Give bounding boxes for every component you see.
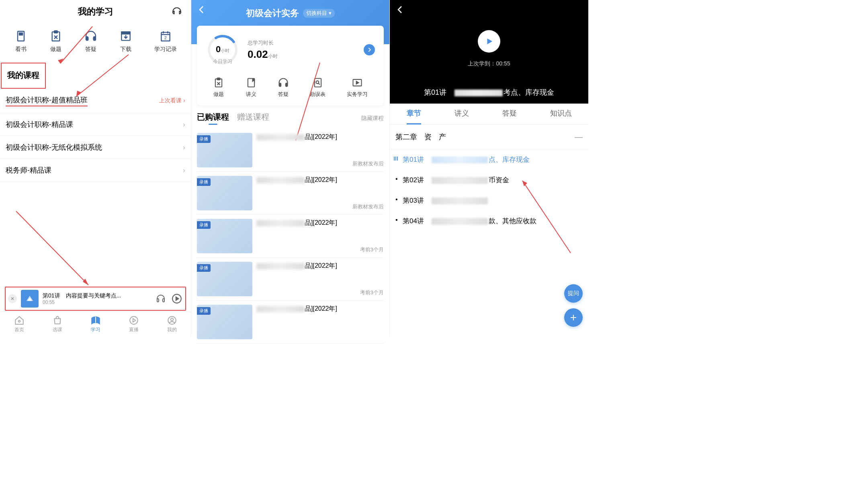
svg-rect-16 [157, 299, 159, 302]
nav-home[interactable]: 首页 [14, 315, 25, 333]
video-player[interactable]: 上次学到：00:55 第01讲 考点、库存现金 [390, 0, 588, 104]
play-circle-icon[interactable] [171, 293, 183, 305]
svg-rect-17 [163, 299, 164, 302]
subject-title: 初级会计实务 [246, 7, 299, 19]
lesson-item[interactable]: 第02讲 币资金 [390, 170, 588, 190]
svg-marker-15 [83, 279, 88, 285]
video-title: 第01讲 考点、库存现金 [390, 88, 588, 97]
ask-question-button[interactable]: 提问 [564, 284, 583, 303]
tab-0[interactable]: 章节 [407, 108, 421, 120]
details-arrow-icon[interactable] [364, 44, 375, 55]
support-icon[interactable] [172, 6, 182, 17]
svg-rect-4 [86, 37, 88, 40]
total-label: 总学习时长 [248, 39, 356, 47]
tool-clipboard[interactable]: 做题 [49, 30, 62, 53]
svg-line-14 [16, 211, 88, 285]
back-icon[interactable] [197, 5, 207, 14]
svg-rect-26 [217, 78, 220, 80]
svg-point-19 [18, 320, 20, 322]
toolbar: 看书做题答疑下载2学习记录 [0, 23, 191, 62]
add-button[interactable]: + [564, 308, 583, 327]
today-gauge: 0小时 今日学习 [206, 33, 240, 67]
tab-1[interactable]: 讲义 [454, 108, 469, 120]
nav-bag[interactable]: 选课 [52, 315, 63, 333]
total-value: 0.02小时 [248, 48, 356, 61]
hide-courses-button[interactable]: 隐藏课程 [361, 115, 384, 122]
section-my-courses: 我的课程 [1, 63, 46, 89]
svg-text:2: 2 [164, 35, 167, 40]
mini-player[interactable]: ✕ 第01讲 内容提要与关键考点... 00:55 [5, 287, 186, 311]
course-card[interactable]: 录播品][2022年]考前3个月 [197, 215, 384, 258]
tool-book[interactable]: 看书 [14, 30, 27, 53]
svg-rect-5 [93, 37, 95, 40]
course-item[interactable]: 税务师-精品课› [0, 159, 191, 182]
course-card[interactable]: 录播品][2022年] [197, 301, 384, 344]
tool-search-doc[interactable]: 勘误表 [310, 77, 326, 98]
headphones-icon[interactable] [155, 293, 167, 305]
chevron-right-icon: › [183, 120, 185, 129]
svg-rect-28 [279, 83, 281, 86]
tool-download[interactable]: 下载 [119, 30, 132, 53]
collapse-icon[interactable]: — [575, 132, 583, 142]
lesson-item[interactable]: 第03讲 [390, 190, 588, 211]
tool-headphones[interactable]: 答疑 [84, 30, 97, 53]
switch-subject-button[interactable]: 切换科目 ▾ [303, 9, 335, 18]
nav-play-circle[interactable]: 直播 [129, 315, 139, 333]
svg-rect-30 [315, 79, 321, 87]
lesson-item[interactable]: 第01讲 点、库存现金 [390, 149, 588, 170]
svg-point-22 [170, 318, 173, 321]
svg-rect-1 [19, 33, 23, 35]
play-button[interactable] [478, 30, 500, 53]
svg-point-20 [130, 316, 138, 324]
chapter-header[interactable]: 第二章 资 产 — [390, 125, 588, 149]
page-title: 我的学习 [78, 6, 113, 18]
bottom-nav: 首页选课学习直播我的 [0, 312, 191, 336]
player-title: 第01讲 内容提要与关键考点... [43, 292, 151, 299]
chevron-right-icon: › [183, 143, 185, 152]
course-item[interactable]: 初级会计职称-精品课› [0, 113, 191, 136]
tool-clipboard[interactable]: 做题 [213, 77, 224, 98]
course-card[interactable]: 录播品][2022年]新教材发布后 [197, 129, 384, 172]
course-card[interactable]: 录播品][2022年]新教材发布后 [197, 172, 384, 215]
back-icon[interactable] [395, 5, 405, 14]
nav-book-open[interactable]: 学习 [90, 315, 101, 333]
svg-rect-3 [54, 31, 57, 33]
course-card[interactable]: 录播品][2022年]考前3个月 [197, 258, 384, 301]
tool-note[interactable]: 讲义 [246, 77, 257, 98]
svg-rect-29 [286, 83, 288, 86]
lesson-item[interactable]: 第04讲 款、其他应收款 [390, 211, 588, 231]
svg-rect-7 [121, 32, 130, 34]
tab-gifted[interactable]: 赠送课程 [237, 112, 269, 125]
last-position: 上次学到：00:55 [390, 60, 588, 67]
nav-user[interactable]: 我的 [167, 315, 177, 333]
tool-headphones[interactable]: 答疑 [278, 77, 289, 98]
tab-2[interactable]: 答疑 [502, 108, 517, 120]
player-thumbnail [21, 290, 39, 308]
chevron-right-icon: › [183, 166, 185, 175]
course-item[interactable]: 初级会计职称-超值精品班上次看课 › [0, 89, 191, 113]
tab-3[interactable]: 知识点 [550, 108, 572, 120]
course-item[interactable]: 初级会计职称-无纸化模拟系统› [0, 136, 191, 159]
player-time: 00:55 [43, 299, 151, 305]
tool-calendar[interactable]: 2学习记录 [154, 30, 177, 53]
tab-purchased[interactable]: 已购课程 [197, 112, 229, 125]
tool-video[interactable]: 实务学习 [347, 77, 368, 98]
close-icon[interactable]: ✕ [8, 294, 17, 303]
last-watched[interactable]: 上次看课 › [159, 97, 185, 104]
